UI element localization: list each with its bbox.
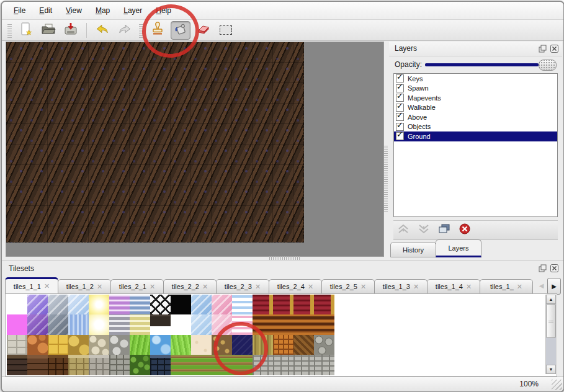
opacity-slider-track[interactable] xyxy=(425,63,539,66)
scroll-down-button[interactable]: ▼ xyxy=(546,365,556,374)
tile-wall-stone-gray[interactable] xyxy=(89,355,109,375)
open-file-button[interactable] xyxy=(39,22,58,39)
scrollbar-thumb[interactable] xyxy=(546,304,556,338)
tile-sand-cream[interactable] xyxy=(191,335,212,355)
tile-stripes-violet[interactable] xyxy=(109,295,130,314)
layer-row-ground[interactable]: ✓Ground xyxy=(394,131,557,141)
move-layer-up-button[interactable] xyxy=(397,223,410,237)
tile-glass-purple-dark[interactable] xyxy=(27,314,48,334)
horizontal-splitter-handle[interactable] xyxy=(269,256,300,260)
tab-history[interactable]: History xyxy=(390,242,436,257)
layer-visibility-checkbox[interactable]: ✓ xyxy=(396,132,404,140)
tile-farm-rows[interactable] xyxy=(191,355,212,375)
layer-row-objects[interactable]: ✓Objects xyxy=(394,122,557,132)
tile-stripes-blue[interactable] xyxy=(130,295,150,314)
layer-row-keys[interactable]: ✓Keys xyxy=(394,74,557,84)
tileset-tab-tiles_2_4[interactable]: tiles_2_4✕ xyxy=(269,279,322,294)
toolbar-drag-handle-2[interactable] xyxy=(139,23,143,38)
tile-water-ripple[interactable] xyxy=(68,314,89,334)
layer-row-spawn[interactable]: ✓Spawn xyxy=(394,84,557,94)
scroll-up-button[interactable]: ▲ xyxy=(546,295,556,304)
tile-wall-brick-brown[interactable] xyxy=(48,355,68,375)
undo-button[interactable] xyxy=(93,22,112,39)
save-file-button[interactable] xyxy=(61,22,80,39)
tile-log-ends-gray[interactable] xyxy=(314,335,334,355)
tile-plaque-dark[interactable] xyxy=(150,314,171,334)
tileset-tab-tiles_2_2[interactable]: tiles_2_2✕ xyxy=(163,279,217,294)
tab-close-icon[interactable]: ✕ xyxy=(466,283,472,291)
tileset-tab-tiles_1_3[interactable]: tiles_1_3✕ xyxy=(374,279,427,294)
delete-layer-button[interactable] xyxy=(459,223,471,238)
close-panel-icon[interactable] xyxy=(550,44,558,53)
tile-wall-brick-gray[interactable] xyxy=(109,355,130,375)
tileset-tab-tiles_2_1[interactable]: tiles_2_1✕ xyxy=(110,279,164,294)
menu-view[interactable]: View xyxy=(59,4,89,17)
tile-farm-rows[interactable] xyxy=(171,355,191,375)
tile-glass-purple[interactable] xyxy=(27,295,48,314)
tab-layers[interactable]: Layers xyxy=(436,239,481,257)
move-layer-down-button[interactable] xyxy=(418,223,430,237)
tile-curtain-red[interactable] xyxy=(253,295,273,314)
map-canvas-area[interactable] xyxy=(6,42,384,257)
tile-stone-blocks-gray[interactable] xyxy=(7,335,27,355)
tile-brick-gray-light[interactable] xyxy=(293,355,314,375)
tab-close-icon[interactable]: ✕ xyxy=(360,283,366,291)
tile-basketweave-orange[interactable] xyxy=(273,335,293,355)
tab-close-icon[interactable]: ✕ xyxy=(202,283,208,291)
tile-wood-stripe[interactable] xyxy=(273,314,293,334)
tile-leafy-brown[interactable] xyxy=(212,335,232,355)
tile-glass-pink[interactable] xyxy=(212,295,232,314)
tile-wall-brown[interactable] xyxy=(27,355,48,375)
tile-wall-dark-brown[interactable] xyxy=(7,355,27,375)
menu-file[interactable]: File xyxy=(7,4,32,17)
tile-stone-path-tan[interactable] xyxy=(68,335,89,355)
tile-wall-stone-tan[interactable] xyxy=(68,355,89,375)
tab-close-icon[interactable]: ✕ xyxy=(255,283,261,291)
tile-curtain-red[interactable] xyxy=(273,295,293,314)
resize-grip-icon[interactable] xyxy=(552,380,562,390)
tile-ground-navy-selected[interactable] xyxy=(232,335,253,355)
tile-glass-blue-2[interactable] xyxy=(191,295,212,314)
menu-edit[interactable]: Edit xyxy=(32,4,59,17)
redo-button[interactable] xyxy=(115,22,134,39)
tileset-tab-tiles_2_5[interactable]: tiles_2_5✕ xyxy=(321,279,375,294)
tile-water-blue[interactable] xyxy=(150,335,171,355)
tile-glass-gray[interactable] xyxy=(48,295,68,314)
tile-glow-pale-yellow[interactable] xyxy=(89,314,109,334)
tab-close-icon[interactable]: ✕ xyxy=(308,283,313,291)
tile-wood-stripe[interactable] xyxy=(253,314,273,334)
tileset-tab-tiles_2_3[interactable]: tiles_2_3✕ xyxy=(216,279,269,294)
tile-grass-bright[interactable] xyxy=(130,335,150,355)
tab-close-icon[interactable]: ✕ xyxy=(44,282,50,290)
float-tilesets-icon[interactable] xyxy=(538,264,547,272)
duplicate-layer-button[interactable] xyxy=(438,223,450,237)
tile-empty-white[interactable] xyxy=(171,314,191,334)
palette-scrollbar[interactable]: ▲ ▼ xyxy=(545,295,556,374)
tile-bamboo-vertical[interactable] xyxy=(253,335,273,355)
new-file-button[interactable] xyxy=(17,22,35,39)
close-tilesets-icon[interactable] xyxy=(550,264,558,272)
rect-select-tool-button[interactable] xyxy=(217,22,235,39)
map-viewport[interactable] xyxy=(6,42,304,243)
tileset-tab-tiles_1_1[interactable]: tiles_1_1✕ xyxy=(5,277,58,294)
tile-herringbone-brown[interactable] xyxy=(293,335,314,355)
tile-lattice-black[interactable] xyxy=(150,295,171,314)
tile-glass-lightpink[interactable] xyxy=(212,314,232,334)
tile-solid-magenta[interactable] xyxy=(7,314,27,334)
tileset-tab-tiles_1_2[interactable]: tiles_1_2✕ xyxy=(58,279,111,294)
stamp-tool-button[interactable] xyxy=(148,22,167,39)
tile-cobble-gray[interactable] xyxy=(109,335,130,355)
tile-grass-light[interactable] xyxy=(171,335,191,355)
opacity-slider-handle[interactable] xyxy=(539,60,557,71)
tab-close-icon[interactable]: ✕ xyxy=(97,283,102,291)
tab-close-icon[interactable]: ✕ xyxy=(517,283,522,291)
vertical-splitter-handle[interactable] xyxy=(384,146,388,212)
tile-cobble-beige[interactable] xyxy=(89,335,109,355)
tile-farm-rows[interactable] xyxy=(232,355,253,375)
tileset-tab-tiles_1_[interactable]: tiles_1_✕ xyxy=(480,279,533,294)
menu-layer[interactable]: Layer xyxy=(117,4,149,17)
tile-wood-stripe[interactable] xyxy=(293,314,314,334)
fill-tool-button[interactable] xyxy=(171,21,190,40)
tile-hedge-green[interactable] xyxy=(130,355,150,375)
tile-brick-gray-light[interactable] xyxy=(253,355,273,375)
